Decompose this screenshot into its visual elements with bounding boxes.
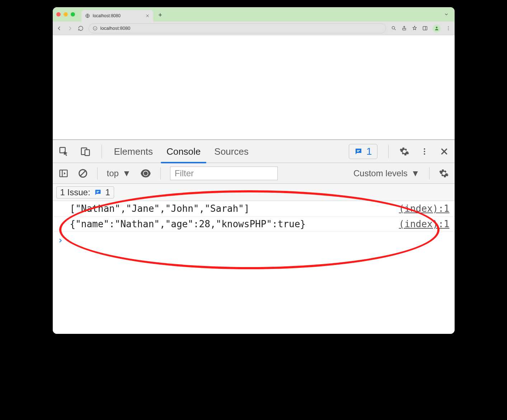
context-selector[interactable]: top ▼ — [107, 168, 131, 178]
issues-badge[interactable]: 1 — [349, 144, 377, 159]
device-toolbar-icon[interactable] — [80, 146, 91, 157]
browser-menu-button[interactable] — [446, 25, 451, 31]
site-info-icon[interactable] — [93, 26, 98, 31]
svg-rect-26 — [97, 191, 99, 192]
devtools-tabbar: Elements Console Sources 1 — [53, 140, 455, 163]
settings-icon[interactable] — [399, 146, 409, 157]
zoom-icon[interactable] — [391, 25, 396, 31]
svg-line-24 — [80, 171, 85, 176]
minimize-window-button[interactable] — [64, 12, 68, 17]
chevron-down-icon: ▼ — [411, 168, 420, 178]
tab-console[interactable]: Console — [165, 140, 202, 162]
svg-point-12 — [448, 29, 449, 30]
side-panel-icon[interactable] — [422, 25, 428, 31]
addressbar: localhost:8080 — [53, 22, 455, 35]
back-button[interactable] — [56, 25, 62, 31]
svg-point-4 — [392, 27, 395, 29]
close-window-button[interactable] — [56, 12, 61, 17]
chevron-down-icon: ▼ — [122, 168, 131, 178]
log-message: ["Nathan","Jane","John","Sarah"] — [70, 203, 399, 214]
console-sidebar-toggle-icon[interactable] — [58, 168, 69, 178]
issues-button[interactable]: 1 Issue: 1 — [56, 186, 114, 199]
svg-point-18 — [424, 148, 425, 150]
log-source-link[interactable]: (index):1 — [399, 203, 450, 214]
share-icon[interactable] — [402, 25, 407, 31]
svg-point-20 — [424, 153, 425, 155]
tab-elements[interactable]: Elements — [113, 140, 154, 162]
more-icon[interactable] — [420, 147, 429, 156]
issues-row: 1 Issue: 1 — [53, 184, 455, 201]
svg-point-11 — [448, 28, 449, 29]
window-controls — [56, 12, 75, 17]
log-entry: {"name":"Nathan","age":28,"knowsPHP":tru… — [53, 216, 455, 232]
issues-count: 1 — [105, 187, 110, 197]
console-settings-icon[interactable] — [439, 168, 449, 178]
tabs-dropdown-button[interactable] — [442, 12, 451, 17]
issues-label: 1 Issue: — [60, 187, 90, 197]
browser-tab[interactable]: localhost:8080 — [81, 10, 153, 22]
svg-rect-27 — [97, 192, 98, 193]
svg-point-9 — [436, 27, 437, 28]
close-devtools-icon[interactable] — [440, 147, 449, 156]
svg-point-10 — [448, 26, 449, 27]
omnibox[interactable]: localhost:8080 — [89, 23, 386, 33]
forward-button[interactable] — [67, 25, 73, 31]
svg-rect-17 — [357, 151, 359, 152]
reload-button[interactable] — [78, 25, 84, 31]
tab-title: localhost:8080 — [93, 13, 142, 18]
svg-rect-21 — [60, 170, 67, 177]
svg-point-25 — [144, 171, 147, 175]
tab-close-button[interactable] — [145, 14, 150, 18]
svg-point-19 — [424, 151, 425, 152]
globe-icon — [85, 13, 90, 18]
browser-window: localhost:8080 + localhost:8080 — [53, 7, 455, 334]
prompt-chevron-icon: › — [58, 235, 64, 246]
console-prompt[interactable]: › — [53, 232, 455, 248]
log-entry: ["Nathan","Jane","John","Sarah"] (index)… — [53, 201, 455, 216]
context-label: top — [107, 168, 119, 178]
bookmark-icon[interactable] — [412, 25, 417, 31]
log-message: {"name":"Nathan","age":28,"knowsPHP":tru… — [70, 219, 399, 229]
filter-input[interactable]: Filter — [170, 167, 278, 180]
log-levels-label: Custom levels — [353, 168, 408, 178]
devtools: Elements Console Sources 1 — [53, 139, 455, 334]
titlebar: localhost:8080 + — [53, 7, 455, 22]
new-tab-button[interactable]: + — [156, 11, 165, 19]
issues-badge-count: 1 — [366, 146, 372, 157]
live-expression-icon[interactable] — [140, 168, 151, 179]
url-text: localhost:8080 — [100, 25, 131, 31]
log-source-link[interactable]: (index):1 — [399, 219, 450, 229]
clear-console-icon[interactable] — [78, 168, 88, 178]
profile-avatar[interactable] — [433, 24, 441, 32]
svg-rect-16 — [357, 150, 360, 151]
log-levels-selector[interactable]: Custom levels ▼ — [353, 168, 419, 178]
tab-sources[interactable]: Sources — [213, 140, 250, 162]
svg-line-5 — [394, 29, 395, 30]
page-viewport — [53, 35, 455, 139]
filter-placeholder: Filter — [175, 168, 194, 178]
console-log: ["Nathan","Jane","John","Sarah"] (index)… — [53, 201, 455, 334]
inspect-element-icon[interactable] — [58, 146, 69, 157]
console-toolbar: top ▼ Filter Custom levels ▼ — [53, 163, 455, 184]
svg-rect-15 — [85, 150, 89, 155]
maximize-window-button[interactable] — [71, 12, 75, 17]
svg-rect-7 — [423, 27, 427, 30]
